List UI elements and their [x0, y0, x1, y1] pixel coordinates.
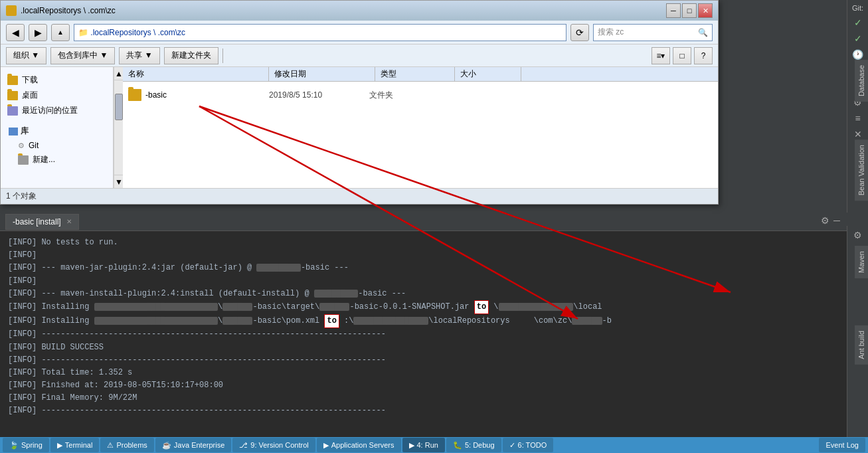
file-name: -basic [145, 90, 245, 100]
left-panel-scrollbar[interactable]: ▲ ▼ [114, 67, 123, 188]
console-tab-basic-install[interactable]: -basic [install] ✕ [5, 214, 79, 230]
console-line: [INFO] [8, 249, 839, 262]
version-control-tab[interactable]: ⎇ 9: Version Control [232, 438, 315, 452]
refresh-button[interactable]: ⟳ [570, 24, 589, 41]
address-breadcrumb[interactable]: 📁 .localRepositorys \ .com\zc [74, 24, 566, 41]
spring-icon: 🍃 [9, 441, 19, 450]
sidebar-item-downloads[interactable]: 下载 [3, 72, 110, 88]
run-tab[interactable]: ▶ 4: Run [402, 438, 445, 452]
library-icon [9, 128, 18, 136]
console-toolbar: ⚙ ─ [821, 215, 840, 226]
console-line: [INFO] --- maven-install-plugin:2.4:inst… [8, 288, 839, 300]
todo-tab[interactable]: ✓ 6: TODO [503, 438, 554, 452]
close-button[interactable]: ✕ [698, 3, 713, 18]
bottom-status-bar: 🍃 Spring ▶ Terminal ⚠ Problems ☕ Java En… [0, 437, 868, 453]
java-enterprise-tab[interactable]: ☕ Java Enterprise [155, 438, 231, 452]
maximize-button[interactable]: □ [682, 3, 697, 18]
file-list: -basic 2019/8/5 15:10 文件夹 [123, 82, 718, 188]
back-button[interactable]: ◀ [6, 24, 25, 41]
tab-close-icon[interactable]: ✕ [66, 218, 72, 225]
folder-icon [7, 76, 18, 85]
console-line: [INFO] Final Memory: 9M/22M [8, 392, 839, 405]
server-icon: ▶ [323, 441, 329, 450]
terminal-tab[interactable]: ▶ Terminal [50, 438, 100, 452]
address-bar: ◀ ▶ ▲ 📁 .localRepositorys \ .com\zc ⟳ 搜索… [1, 21, 718, 45]
console-right-sidebar: ⚙ ≡ Maven Ant build [847, 226, 868, 453]
title-controls: ─ □ ✕ [666, 3, 713, 18]
content-area: 下载 桌面 最近访问的位置 库 ⚙ Git [1, 67, 718, 188]
forward-button[interactable]: ▶ [29, 24, 47, 41]
minimize-icon[interactable]: ─ [833, 215, 840, 226]
menu-icon[interactable]: ≡ [855, 113, 860, 124]
sidebar-item-desktop[interactable]: 桌面 [3, 88, 110, 103]
console-tab-bar: -basic [install] ✕ ⚙ ─ [0, 213, 847, 231]
console-line: [INFO] ---------------------------------… [8, 328, 839, 341]
debug-icon: 🐛 [453, 441, 462, 450]
include-library-button[interactable]: 包含到库中 ▼ [50, 47, 115, 64]
console-line: [INFO] ---------------------------------… [8, 405, 839, 417]
folder-icon [128, 89, 141, 101]
scroll-thumb[interactable] [115, 94, 123, 120]
close-icon[interactable]: ✕ [854, 129, 862, 139]
list-item[interactable]: -basic 2019/8/5 15:10 文件夹 [126, 87, 715, 103]
settings-icon[interactable]: ⚙ [821, 215, 829, 226]
console-line: [INFO] Installing ████\██-basic\pom.xml … [8, 314, 839, 328]
title-bar-left: .localRepositorys \ .com\zc [6, 5, 116, 16]
title-bar: .localRepositorys \ .com\zc ─ □ ✕ [1, 1, 718, 21]
view-toggle-button[interactable]: ≡▾ [651, 47, 670, 64]
search-box[interactable]: 搜索 zc 🔍 [593, 24, 713, 41]
terminal-icon: ▶ [57, 441, 62, 450]
checkmark-icon-1[interactable]: ✓ [854, 17, 862, 28]
new-folder-button[interactable]: 新建文件夹 [164, 47, 218, 64]
database-tab[interactable]: Database [855, 60, 868, 102]
sidebar-item-recent[interactable]: 最近访问的位置 [3, 103, 110, 118]
share-button[interactable]: 共享 ▼ [119, 47, 159, 64]
minimize-button[interactable]: ─ [666, 3, 681, 18]
maven-tab[interactable]: Maven [855, 246, 868, 278]
folder-icon [7, 106, 18, 116]
console-line: [INFO] --- maven-jar-plugin:2.4:jar (def… [8, 262, 839, 274]
git-icon: ⚙ [18, 141, 25, 150]
ide-right-sidebar: Git: ✓ ✓ 🕐 ↺ ⊞ ⚙ ≡ ✕ Database Bean Valid… [847, 0, 868, 213]
preview-button[interactable]: □ [673, 47, 691, 64]
column-name-header[interactable]: 名称 [123, 67, 269, 81]
help-button[interactable]: ? [694, 47, 713, 64]
title-icon [6, 5, 17, 16]
main-panel: 名称 修改日期 类型 大小 -basic 2019/8/5 15:10 文件夹 [123, 67, 718, 188]
column-date-header[interactable]: 修改日期 [269, 67, 375, 81]
console-line: [INFO] No tests to run. [8, 236, 839, 249]
application-servers-tab[interactable]: ▶ Application Servers [317, 438, 401, 452]
object-count: 1 个对象 [6, 191, 37, 202]
problems-tab[interactable]: ⚠ Problems [100, 438, 153, 452]
settings-icon[interactable]: ⚙ [853, 230, 862, 240]
spring-tab[interactable]: 🍃 Spring [3, 438, 49, 452]
libraries-section: 库 ⚙ Git 新建... [3, 124, 110, 167]
file-date: 2019/8/5 15:10 [269, 90, 365, 100]
console-line: [INFO] Finished at: 2019-08-05T15:10:17+… [8, 379, 839, 392]
event-log-tab[interactable]: Event Log [819, 438, 865, 452]
up-button[interactable]: ▲ [51, 24, 70, 41]
title-text: .localRepositorys \ .com\zc [21, 6, 116, 15]
debug-tab[interactable]: 🐛 5: Debug [446, 438, 501, 452]
tab-label: -basic [install] [13, 217, 61, 226]
history-icon[interactable]: 🕐 [852, 49, 863, 60]
console-line: [INFO] BUILD SUCCESS [8, 341, 839, 354]
checkmark-icon-2[interactable]: ✓ [854, 33, 862, 44]
vcs-icon: ⎇ [239, 441, 248, 450]
toolbar: 组织 ▼ 包含到库中 ▼ 共享 ▼ 新建文件夹 ≡▾ □ ? [1, 45, 718, 67]
column-size-header[interactable]: 大小 [455, 67, 521, 81]
organize-button[interactable]: 组织 ▼ [6, 47, 46, 64]
sidebar-item-new-lib[interactable]: 新建... [6, 152, 110, 167]
to-highlight-2: to [324, 314, 339, 328]
to-highlight-1: to [474, 300, 489, 314]
file-type: 文件夹 [369, 90, 436, 101]
column-type-header[interactable]: 类型 [375, 67, 455, 81]
ant-build-tab[interactable]: Ant build [855, 325, 868, 365]
libraries-title: 库 [6, 124, 110, 139]
file-explorer-window: .localRepositorys \ .com\zc ─ □ ✕ ◀ ▶ ▲ … [0, 0, 719, 205]
search-placeholder: 搜索 zc [598, 27, 624, 38]
left-panel: 下载 桌面 最近访问的位置 库 ⚙ Git [1, 67, 114, 188]
bean-validation-tab[interactable]: Bean Validation [855, 139, 868, 201]
folder-icon [18, 155, 29, 165]
sidebar-item-git[interactable]: ⚙ Git [6, 139, 110, 152]
